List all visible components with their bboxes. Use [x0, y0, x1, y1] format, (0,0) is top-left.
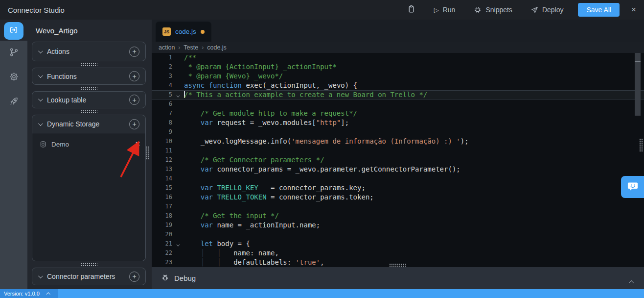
- fold-chevron-icon[interactable]: [172, 239, 183, 248]
- code-line-22[interactable]: 22 │ │ name: name,: [152, 248, 644, 258]
- section-body: Demo: [32, 133, 145, 261]
- line-number: 2: [152, 62, 172, 72]
- connector-tool-button[interactable]: [4, 22, 23, 40]
- section-header[interactable]: Functions: [32, 68, 145, 84]
- snippets-button[interactable]: Snippets: [474, 6, 512, 14]
- play-icon: ▷: [434, 6, 439, 14]
- unsaved-changes-dot: [201, 30, 205, 34]
- app-title: Connector Studio: [8, 6, 65, 14]
- code-line-12[interactable]: 12 /* Get Connector parameters */: [152, 155, 644, 165]
- code-line-14[interactable]: 14: [152, 174, 644, 183]
- add-button[interactable]: [129, 47, 139, 57]
- run-button[interactable]: ▷ Run: [434, 6, 456, 14]
- fold-chevron-icon[interactable]: [172, 90, 183, 99]
- tab-code-js[interactable]: JS code.js: [156, 22, 211, 42]
- code-line-9[interactable]: 9: [152, 127, 644, 137]
- drag-dots-icon: [81, 110, 97, 113]
- fold-gutter: [172, 109, 183, 118]
- code-line-15[interactable]: 15 var TRELLO_KEY = connector_params.key…: [152, 183, 644, 193]
- code-line-8[interactable]: 8 var request = _wevo.modules["http"];: [152, 118, 644, 127]
- fold-gutter: [172, 118, 183, 127]
- code-line-18[interactable]: 18 /* Get the input */: [152, 211, 644, 221]
- sidebar-section-actions: Actions: [32, 42, 146, 61]
- chevron-up-icon[interactable]: [630, 277, 634, 285]
- section-header[interactable]: Connector parameters: [32, 268, 145, 285]
- section-header[interactable]: Actions: [32, 42, 145, 61]
- code-text: /* Get module http to make a request*/: [183, 109, 357, 118]
- code-line-16[interactable]: 16 var TRELLO_TOKEN = connector_params.t…: [152, 193, 644, 202]
- code-line-6[interactable]: 6: [152, 99, 644, 109]
- debug-panel-resize-handle[interactable]: [389, 263, 406, 267]
- code-line-20[interactable]: 20: [152, 230, 644, 239]
- line-number: 7: [152, 109, 172, 118]
- section-header[interactable]: Dynamic Storage: [32, 115, 145, 133]
- line-number: 10: [152, 137, 172, 146]
- save-all-button[interactable]: Save All: [578, 3, 620, 17]
- line-number: 18: [152, 211, 172, 221]
- code-text: [183, 174, 184, 183]
- code-line-21[interactable]: 21 let body = {: [152, 239, 644, 248]
- code-line-11[interactable]: 11: [152, 146, 644, 155]
- editor-scrollbar[interactable]: [635, 53, 641, 116]
- editor-right-resize-handle[interactable]: [639, 138, 643, 151]
- fold-gutter: [172, 146, 183, 155]
- gear-icon: [9, 72, 19, 84]
- code-text: var connector_params = _wevo.parameter.g…: [183, 165, 460, 174]
- clipboard-icon: [407, 4, 415, 16]
- code-line-2[interactable]: 2 * @param {ActionInput} _actionInput*: [152, 62, 644, 72]
- code-line-19[interactable]: 19 var name = _actionInput.name;: [152, 221, 644, 230]
- close-button[interactable]: ×: [631, 5, 636, 15]
- code-line-4[interactable]: 4async function exec(_actionInput, _wevo…: [152, 81, 644, 90]
- git-branch-button[interactable]: [9, 47, 19, 59]
- status-bar: Version: v1.0.0: [0, 289, 644, 298]
- code-line-13[interactable]: 13 var connector_params = _wevo.paramete…: [152, 165, 644, 174]
- breadcrumb-item[interactable]: code.js: [207, 44, 227, 51]
- sidebar-section-functions: Functions: [32, 68, 146, 85]
- code-line-1[interactable]: 1/**: [152, 53, 644, 62]
- fold-gutter: [172, 211, 183, 221]
- add-button[interactable]: [129, 71, 139, 81]
- code-line-7[interactable]: 7 /* Get module http to make a request*/: [152, 109, 644, 118]
- topbar: Connector Studio ▷ Run Snippets Deploy S…: [0, 0, 644, 20]
- breadcrumb-item[interactable]: action: [159, 44, 175, 51]
- section-resize-handle[interactable]: [32, 108, 146, 115]
- version-selector[interactable]: Version: v1.0.0: [0, 289, 58, 298]
- debug-panel-header[interactable]: Debug: [152, 267, 644, 289]
- section-resize-handle[interactable]: [32, 85, 146, 91]
- activity-bar: [0, 20, 27, 289]
- section-resize-handle[interactable]: [32, 61, 146, 68]
- drag-dots-icon: [81, 63, 97, 66]
- section-header[interactable]: Lookup table: [32, 92, 145, 108]
- code-editor[interactable]: 1/**2 * @param {ActionInput} _actionInpu…: [152, 53, 644, 267]
- line-number: 15: [152, 183, 172, 193]
- rocket-button[interactable]: [9, 96, 19, 108]
- project-name: Wevo_Artigo: [32, 20, 146, 42]
- line-number: 20: [152, 230, 172, 239]
- chat-smile-icon: [626, 180, 639, 195]
- fold-gutter: [172, 62, 183, 72]
- add-button[interactable]: [129, 119, 139, 129]
- fold-gutter: [172, 155, 183, 165]
- add-button[interactable]: [129, 95, 139, 105]
- add-button[interactable]: [129, 272, 139, 282]
- fold-gutter: [172, 72, 183, 81]
- settings-button[interactable]: [9, 72, 19, 84]
- breadcrumb: action›Teste›code.js: [152, 42, 644, 53]
- code-text: var TRELLO_KEY = connector_params.key;: [183, 183, 366, 193]
- chat-support-button[interactable]: [621, 176, 644, 198]
- code-line-10[interactable]: 10 _wevo.logMessage.info('mensagem de in…: [152, 137, 644, 146]
- sidebar-section-dynamic-storage: Dynamic StorageDemo: [32, 115, 146, 261]
- code-line-17[interactable]: 17: [152, 202, 644, 211]
- chevron-down-icon: [38, 49, 43, 53]
- storage-item-demo[interactable]: Demo: [32, 138, 145, 150]
- chevron-up-icon: [46, 292, 50, 296]
- breadcrumb-item[interactable]: Teste: [184, 44, 198, 51]
- section-resize-handle[interactable]: [32, 261, 146, 268]
- code-text: var name = _actionInput.name;: [183, 221, 320, 230]
- code-line-3[interactable]: 3 * @param {Wevo} _wevo*/: [152, 72, 644, 81]
- code-line-5[interactable]: 5/* This a action example to create a ne…: [152, 90, 644, 99]
- deploy-button[interactable]: Deploy: [531, 6, 564, 14]
- clipboard-button[interactable]: [407, 4, 415, 16]
- sidebar-resize-handle[interactable]: [146, 146, 149, 159]
- remove-item-button[interactable]: [136, 140, 140, 148]
